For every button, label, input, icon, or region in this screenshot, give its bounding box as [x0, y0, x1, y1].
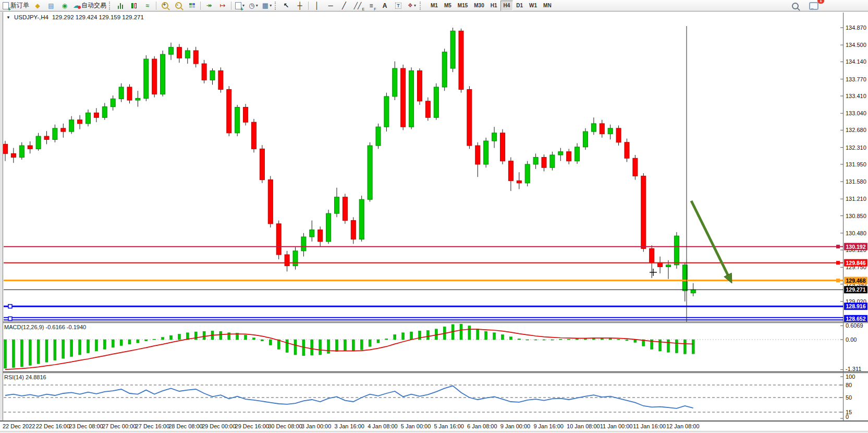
timeframe-M15-button[interactable]: M15 [455, 1, 471, 11]
macd-histogram-bar [311, 340, 313, 355]
bar-chart-mode-button[interactable] [114, 1, 127, 11]
macd-axis-label: -1.311 [846, 366, 861, 372]
text-label-tool-button[interactable]: T [392, 1, 405, 11]
candle-body [161, 54, 165, 94]
candle-body [127, 87, 132, 100]
macd-histogram-bar [526, 340, 529, 340]
price-label: 129.468 [846, 278, 866, 284]
rsi-axis-label: 0 [846, 414, 849, 420]
zoom-in-button[interactable]: + [158, 1, 172, 11]
candle-body [583, 131, 588, 147]
search-button[interactable] [788, 1, 802, 11]
toolbar-separator [275, 2, 277, 10]
text-tool-button[interactable]: A [378, 1, 392, 11]
macd-histogram-bar [153, 339, 156, 340]
price-label: 128.916 [846, 303, 866, 309]
time-label: 27 Dec 00:00 [102, 423, 136, 429]
line-handle[interactable] [836, 245, 840, 248]
crosshair-tool-button[interactable]: ┼ [293, 1, 307, 11]
main-chart-canvas[interactable]: 134.870134.500134.140133.770133.410133.0… [0, 13, 868, 322]
line-handle[interactable] [836, 279, 840, 282]
time-label: 6 Jan 08:00 [467, 423, 497, 429]
candle-body [359, 199, 364, 239]
rsi-axis-label: 50 [846, 394, 852, 401]
candlestick-mode-button[interactable] [127, 1, 141, 11]
candle-body [550, 155, 555, 167]
one-click-trading-toggle[interactable]: ▼ [6, 15, 10, 20]
macd-histogram-bar [137, 340, 139, 343]
line-handle[interactable] [8, 305, 12, 308]
vertical-line-tool-button[interactable]: │ [310, 1, 324, 11]
market-watch-button[interactable]: ◆ [31, 1, 44, 11]
macd-histogram-bar [112, 340, 114, 347]
timeframe-D1-button[interactable]: D1 [513, 1, 526, 11]
rsi-panel-canvas[interactable]: 1008050150RSI(14) 24.8816 [0, 372, 868, 420]
macd-histogram-bar [352, 340, 354, 351]
templates-dropdown[interactable]: ▦▾ [260, 1, 274, 11]
candle-body [3, 144, 8, 153]
tile-windows-button[interactable] [185, 1, 199, 11]
macd-panel-canvas[interactable]: 0.60690.00-1.311MACD(12,26,9) -0.6166 -0… [0, 322, 868, 372]
time-label: 3 Jan 16:00 [335, 423, 365, 429]
chart-shift-button[interactable]: ↦ [216, 1, 229, 11]
macd-histogram-bar [286, 340, 288, 353]
horizontal-line-tool-button[interactable]: ─ [324, 1, 337, 11]
cursor-tool-button[interactable]: ↖ [279, 1, 293, 11]
candle-body [318, 230, 323, 242]
chart-shift-icon: ↦ [220, 2, 226, 9]
candle-body [500, 133, 505, 161]
trend-arrow[interactable] [691, 201, 729, 278]
price-tick-label: 134.870 [846, 25, 866, 31]
candlestick-series[interactable] [3, 28, 696, 302]
line-handle[interactable] [8, 317, 12, 320]
navigator-button[interactable]: ▤ [44, 1, 58, 11]
notifications-button[interactable]: 1 [807, 1, 821, 11]
arrows-tool-dropdown[interactable]: ❖▾ [405, 1, 419, 11]
macd-histogram-bar [394, 334, 396, 340]
macd-histogram-bar [385, 339, 388, 340]
timeframe-W1-button[interactable]: W1 [526, 1, 540, 11]
candle-body [459, 31, 463, 89]
line-handle[interactable] [836, 261, 840, 264]
time-label: 3 Jan 00:00 [301, 423, 332, 429]
timeframe-M5-button[interactable]: M5 [441, 1, 455, 11]
timeframe-M30-button[interactable]: M30 [471, 1, 487, 11]
toolbar-separator [109, 2, 112, 10]
signals-button[interactable]: ◉ [58, 1, 71, 11]
zoom-out-button[interactable]: - [172, 1, 185, 11]
macd-histogram-bar [634, 340, 637, 342]
candle-body [177, 47, 181, 58]
macd-histogram-bar [261, 340, 263, 341]
time-label: 10 Jan 08:00 [567, 423, 600, 429]
crosshair-icon: ┼ [297, 2, 302, 9]
new-order-button[interactable]: 新订单 [1, 1, 31, 11]
time-label: 11 Jan 16:00 [633, 423, 666, 429]
timeframe-H1-button[interactable]: H1 [487, 1, 500, 11]
new-chart-icon [235, 2, 241, 9]
macd-histogram-bar [493, 333, 496, 340]
price-tick-label: 133.770 [846, 76, 866, 82]
time-axis[interactable]: 22 Dec 202222 Dec 16:0023 Dec 08:0027 De… [0, 420, 868, 431]
autoscroll-button[interactable]: ↠ [202, 1, 216, 11]
trend-arrow-head[interactable] [724, 273, 732, 283]
fibonacci-tool-button[interactable]: ≡F [364, 1, 378, 11]
trendline-tool-button[interactable]: ╱ [337, 1, 351, 11]
line-chart-mode-button[interactable]: ≈ [141, 1, 154, 11]
macd-histogram-bar [410, 332, 413, 340]
new-chart-dropdown[interactable]: ▾ [233, 1, 247, 11]
new-order-icon [3, 2, 9, 9]
autotrading-button[interactable]: ☁ 自动交易 [71, 1, 108, 11]
notification-badge: 1 [817, 0, 824, 4]
period-dropdown[interactable]: ◷▾ [247, 1, 260, 11]
channel-tool-button[interactable]: ╱╱E [351, 1, 364, 11]
timeframe-MN-button[interactable]: MN [540, 1, 555, 11]
candle-body [94, 113, 99, 117]
timeframe-H4-button[interactable]: H4 [500, 1, 514, 11]
timeframe-M1-button[interactable]: M1 [427, 1, 441, 11]
macd-histogram-bar [336, 340, 338, 352]
macd-histogram-bar [203, 331, 205, 340]
time-label: 12 Jan 08:00 [666, 423, 700, 429]
macd-histogram-bar [103, 340, 106, 349]
candle-body [467, 89, 472, 146]
macd-histogram-bar [54, 340, 56, 360]
